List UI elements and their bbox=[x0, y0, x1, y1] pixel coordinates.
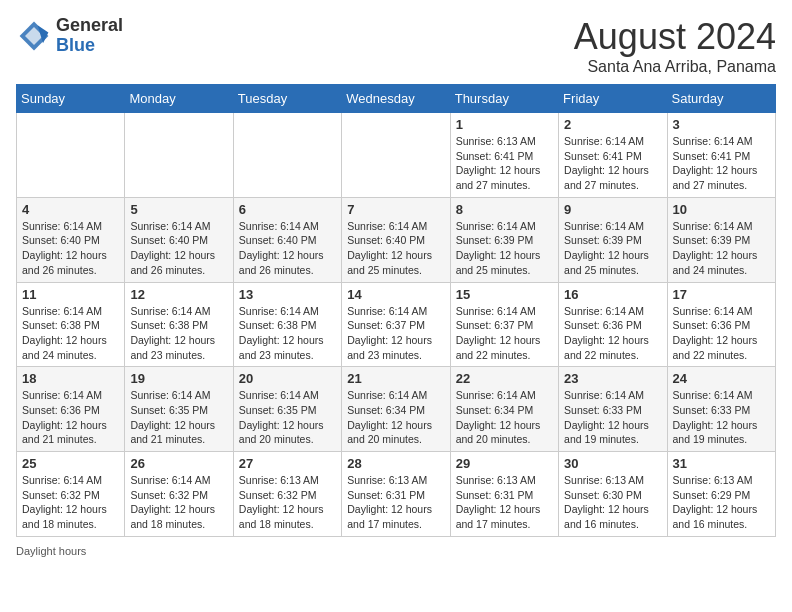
day-info: Sunrise: 6:14 AM Sunset: 6:39 PM Dayligh… bbox=[673, 219, 770, 278]
day-info: Sunrise: 6:14 AM Sunset: 6:36 PM Dayligh… bbox=[22, 388, 119, 447]
day-info: Sunrise: 6:14 AM Sunset: 6:32 PM Dayligh… bbox=[22, 473, 119, 532]
day-info: Sunrise: 6:14 AM Sunset: 6:36 PM Dayligh… bbox=[673, 304, 770, 363]
day-number: 20 bbox=[239, 371, 336, 386]
calendar-cell: 17Sunrise: 6:14 AM Sunset: 6:36 PM Dayli… bbox=[667, 282, 775, 367]
day-number: 31 bbox=[673, 456, 770, 471]
day-of-week-header: Sunday bbox=[17, 85, 125, 113]
calendar-cell: 26Sunrise: 6:14 AM Sunset: 6:32 PM Dayli… bbox=[125, 452, 233, 537]
day-info: Sunrise: 6:14 AM Sunset: 6:35 PM Dayligh… bbox=[239, 388, 336, 447]
day-info: Sunrise: 6:13 AM Sunset: 6:30 PM Dayligh… bbox=[564, 473, 661, 532]
day-number: 11 bbox=[22, 287, 119, 302]
day-info: Sunrise: 6:13 AM Sunset: 6:32 PM Dayligh… bbox=[239, 473, 336, 532]
day-number: 8 bbox=[456, 202, 553, 217]
day-of-week-header: Saturday bbox=[667, 85, 775, 113]
day-info: Sunrise: 6:14 AM Sunset: 6:37 PM Dayligh… bbox=[347, 304, 444, 363]
day-number: 17 bbox=[673, 287, 770, 302]
day-number: 27 bbox=[239, 456, 336, 471]
day-number: 21 bbox=[347, 371, 444, 386]
day-info: Sunrise: 6:14 AM Sunset: 6:39 PM Dayligh… bbox=[456, 219, 553, 278]
day-info: Sunrise: 6:13 AM Sunset: 6:31 PM Dayligh… bbox=[456, 473, 553, 532]
calendar-cell: 18Sunrise: 6:14 AM Sunset: 6:36 PM Dayli… bbox=[17, 367, 125, 452]
day-number: 14 bbox=[347, 287, 444, 302]
day-info: Sunrise: 6:14 AM Sunset: 6:40 PM Dayligh… bbox=[130, 219, 227, 278]
day-of-week-header: Wednesday bbox=[342, 85, 450, 113]
day-number: 4 bbox=[22, 202, 119, 217]
calendar-cell: 5Sunrise: 6:14 AM Sunset: 6:40 PM Daylig… bbox=[125, 197, 233, 282]
day-info: Sunrise: 6:14 AM Sunset: 6:38 PM Dayligh… bbox=[130, 304, 227, 363]
day-info: Sunrise: 6:14 AM Sunset: 6:36 PM Dayligh… bbox=[564, 304, 661, 363]
calendar-cell: 31Sunrise: 6:13 AM Sunset: 6:29 PM Dayli… bbox=[667, 452, 775, 537]
calendar-cell: 14Sunrise: 6:14 AM Sunset: 6:37 PM Dayli… bbox=[342, 282, 450, 367]
day-info: Sunrise: 6:14 AM Sunset: 6:40 PM Dayligh… bbox=[347, 219, 444, 278]
day-info: Sunrise: 6:14 AM Sunset: 6:41 PM Dayligh… bbox=[564, 134, 661, 193]
calendar-cell bbox=[17, 113, 125, 198]
calendar-cell: 11Sunrise: 6:14 AM Sunset: 6:38 PM Dayli… bbox=[17, 282, 125, 367]
day-number: 7 bbox=[347, 202, 444, 217]
calendar-cell: 25Sunrise: 6:14 AM Sunset: 6:32 PM Dayli… bbox=[17, 452, 125, 537]
calendar-cell: 1Sunrise: 6:13 AM Sunset: 6:41 PM Daylig… bbox=[450, 113, 558, 198]
day-number: 1 bbox=[456, 117, 553, 132]
calendar-cell: 8Sunrise: 6:14 AM Sunset: 6:39 PM Daylig… bbox=[450, 197, 558, 282]
calendar-cell: 22Sunrise: 6:14 AM Sunset: 6:34 PM Dayli… bbox=[450, 367, 558, 452]
day-number: 2 bbox=[564, 117, 661, 132]
calendar-cell: 27Sunrise: 6:13 AM Sunset: 6:32 PM Dayli… bbox=[233, 452, 341, 537]
footer: Daylight hours bbox=[16, 545, 776, 557]
calendar-cell: 28Sunrise: 6:13 AM Sunset: 6:31 PM Dayli… bbox=[342, 452, 450, 537]
calendar-cell: 10Sunrise: 6:14 AM Sunset: 6:39 PM Dayli… bbox=[667, 197, 775, 282]
day-number: 15 bbox=[456, 287, 553, 302]
day-number: 9 bbox=[564, 202, 661, 217]
day-of-week-header: Monday bbox=[125, 85, 233, 113]
month-title: August 2024 bbox=[574, 16, 776, 58]
calendar-cell bbox=[125, 113, 233, 198]
logo: General Blue bbox=[16, 16, 123, 56]
calendar-cell: 29Sunrise: 6:13 AM Sunset: 6:31 PM Dayli… bbox=[450, 452, 558, 537]
day-number: 13 bbox=[239, 287, 336, 302]
day-number: 24 bbox=[673, 371, 770, 386]
day-number: 10 bbox=[673, 202, 770, 217]
day-info: Sunrise: 6:13 AM Sunset: 6:41 PM Dayligh… bbox=[456, 134, 553, 193]
day-number: 25 bbox=[22, 456, 119, 471]
day-number: 22 bbox=[456, 371, 553, 386]
day-number: 12 bbox=[130, 287, 227, 302]
day-info: Sunrise: 6:14 AM Sunset: 6:35 PM Dayligh… bbox=[130, 388, 227, 447]
day-info: Sunrise: 6:14 AM Sunset: 6:39 PM Dayligh… bbox=[564, 219, 661, 278]
day-number: 5 bbox=[130, 202, 227, 217]
day-number: 16 bbox=[564, 287, 661, 302]
calendar-cell: 9Sunrise: 6:14 AM Sunset: 6:39 PM Daylig… bbox=[559, 197, 667, 282]
day-of-week-header: Thursday bbox=[450, 85, 558, 113]
day-of-week-header: Tuesday bbox=[233, 85, 341, 113]
day-info: Sunrise: 6:13 AM Sunset: 6:31 PM Dayligh… bbox=[347, 473, 444, 532]
day-info: Sunrise: 6:13 AM Sunset: 6:29 PM Dayligh… bbox=[673, 473, 770, 532]
day-number: 18 bbox=[22, 371, 119, 386]
title-block: August 2024 Santa Ana Arriba, Panama bbox=[574, 16, 776, 76]
calendar-cell bbox=[233, 113, 341, 198]
calendar-cell: 12Sunrise: 6:14 AM Sunset: 6:38 PM Dayli… bbox=[125, 282, 233, 367]
calendar-cell: 24Sunrise: 6:14 AM Sunset: 6:33 PM Dayli… bbox=[667, 367, 775, 452]
day-number: 19 bbox=[130, 371, 227, 386]
day-info: Sunrise: 6:14 AM Sunset: 6:40 PM Dayligh… bbox=[239, 219, 336, 278]
day-number: 30 bbox=[564, 456, 661, 471]
day-info: Sunrise: 6:14 AM Sunset: 6:32 PM Dayligh… bbox=[130, 473, 227, 532]
day-number: 29 bbox=[456, 456, 553, 471]
calendar-cell: 4Sunrise: 6:14 AM Sunset: 6:40 PM Daylig… bbox=[17, 197, 125, 282]
calendar-table: SundayMondayTuesdayWednesdayThursdayFrid… bbox=[16, 84, 776, 537]
location: Santa Ana Arriba, Panama bbox=[574, 58, 776, 76]
calendar-cell: 20Sunrise: 6:14 AM Sunset: 6:35 PM Dayli… bbox=[233, 367, 341, 452]
logo-icon bbox=[16, 18, 52, 54]
day-number: 26 bbox=[130, 456, 227, 471]
day-info: Sunrise: 6:14 AM Sunset: 6:33 PM Dayligh… bbox=[673, 388, 770, 447]
calendar-cell: 16Sunrise: 6:14 AM Sunset: 6:36 PM Dayli… bbox=[559, 282, 667, 367]
day-info: Sunrise: 6:14 AM Sunset: 6:33 PM Dayligh… bbox=[564, 388, 661, 447]
day-number: 28 bbox=[347, 456, 444, 471]
day-info: Sunrise: 6:14 AM Sunset: 6:38 PM Dayligh… bbox=[22, 304, 119, 363]
page-header: General Blue August 2024 Santa Ana Arrib… bbox=[16, 16, 776, 76]
calendar-cell: 6Sunrise: 6:14 AM Sunset: 6:40 PM Daylig… bbox=[233, 197, 341, 282]
day-info: Sunrise: 6:14 AM Sunset: 6:40 PM Dayligh… bbox=[22, 219, 119, 278]
calendar-cell: 15Sunrise: 6:14 AM Sunset: 6:37 PM Dayli… bbox=[450, 282, 558, 367]
daylight-label: Daylight hours bbox=[16, 545, 86, 557]
calendar-cell: 3Sunrise: 6:14 AM Sunset: 6:41 PM Daylig… bbox=[667, 113, 775, 198]
day-info: Sunrise: 6:14 AM Sunset: 6:41 PM Dayligh… bbox=[673, 134, 770, 193]
day-info: Sunrise: 6:14 AM Sunset: 6:37 PM Dayligh… bbox=[456, 304, 553, 363]
logo-text: General Blue bbox=[56, 16, 123, 56]
calendar-cell bbox=[342, 113, 450, 198]
